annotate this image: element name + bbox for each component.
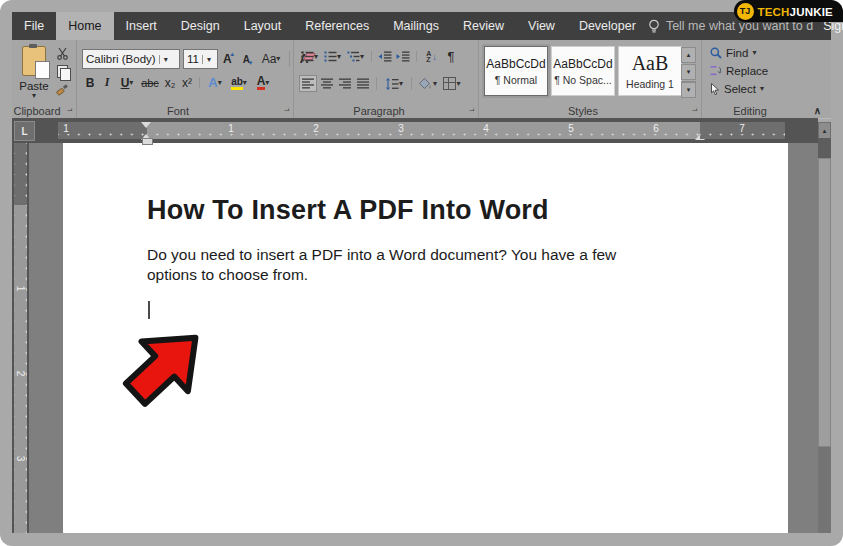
document-workspace: 1 2 3 How To Insert A PDF Into Word Do y… [12,143,818,533]
style-heading1[interactable]: AaB Heading 1 [618,46,682,96]
vertical-ruler[interactable]: 1 2 3 [14,143,27,533]
styles-dialog-launcher[interactable]: ⌐ [692,107,697,115]
style-normal[interactable]: AaBbCcDd ¶ Normal [484,46,548,96]
find-button[interactable]: Find ▾ [710,47,756,59]
scrollbar-thumb[interactable] [818,158,831,447]
style-no-spacing-sample: AaBbCcDd [553,57,612,71]
strikethrough-button[interactable]: abc [139,77,161,89]
lightbulb-icon [648,19,660,34]
tab-insert[interactable]: Insert [114,12,169,40]
tab-mailings[interactable]: Mailings [381,12,451,40]
shading-caret-icon: ▾ [433,80,437,88]
justify-button[interactable] [355,76,371,91]
clipboard-group: Paste ▾ Clipboard ⌐ [12,40,77,118]
strikethrough-glyph: abc [141,77,159,89]
font-name-select[interactable]: Calibri (Body) ▾ [82,49,180,69]
paste-clipboard-icon [22,46,46,76]
font-dialog-launcher[interactable]: ⌐ [284,107,289,115]
sort-z-glyph: Z [426,57,431,63]
align-center-button[interactable] [319,76,335,91]
vruler-number: 2 [15,367,26,380]
font-color-button[interactable]: A▾ [252,75,274,90]
font-size-select[interactable]: 11 ▾ [183,49,218,69]
find-caret-icon: ▾ [752,49,756,57]
multilevel-list-button[interactable]: ▾ [345,51,366,62]
paste-button[interactable]: Paste ▾ [18,46,50,100]
ruler-left-margin: 1 [58,122,147,139]
numbering-button[interactable]: ▾ [322,51,343,62]
find-icon [710,47,722,59]
horizontal-ruler[interactable]: 1 1 2 3 4 5 6 7 [58,122,785,139]
vruler-number: 3 [15,452,26,465]
underline-button[interactable]: U▾ [116,76,138,90]
align-right-button[interactable] [337,76,353,91]
scrollbar-track[interactable] [818,138,831,158]
word-window: File Home Insert Design Layout Reference… [0,0,843,546]
shading-button[interactable]: ▾ [417,78,439,90]
ruler-number: 5 [566,123,576,134]
styles-scroll-up-button[interactable]: ▴ [681,47,696,63]
align-left-button[interactable] [299,75,317,92]
styles-more-button[interactable]: ▾ [681,81,696,98]
highlight-color-button[interactable]: ab▾ [227,76,251,90]
superscript-button[interactable]: x² [179,75,195,90]
show-formatting-button[interactable]: ¶ [443,49,459,64]
pilcrow-glyph: ¶ [448,49,455,64]
change-case-caret-icon: ▾ [276,55,280,63]
tab-design[interactable]: Design [169,12,232,40]
sort-button[interactable]: AZ ↓ [422,51,441,63]
paragraph-dialog-launcher[interactable]: ⌐ [469,107,474,115]
collapse-ribbon-button[interactable]: ∧ [814,105,821,116]
ruler-text-area: 1 2 3 4 5 6 [147,122,700,139]
replace-button[interactable]: Replace [710,65,768,77]
tab-layout[interactable]: Layout [232,12,294,40]
increase-indent-button[interactable] [395,49,411,64]
bold-button[interactable]: B [82,75,98,90]
line-spacing-button[interactable]: ▾ [382,78,406,90]
tab-references[interactable]: References [293,12,381,40]
decrease-indent-button[interactable] [377,49,393,64]
tab-home[interactable]: Home [56,12,113,40]
borders-button[interactable]: ▾ [441,77,463,90]
vertical-scrollbar[interactable]: ▲ [818,122,831,533]
vruler-body: 1 2 3 [14,205,27,533]
paragraph-group-label: Paragraph [294,105,464,117]
font-name-caret-icon: ▾ [159,55,172,64]
tab-file[interactable]: File [12,12,56,40]
style-no-spacing[interactable]: AaBbCcDd ¶ No Spac... [551,46,615,96]
ribbon: Paste ▾ Clipboard ⌐ Calibri (Body) ▾ [12,40,831,119]
grow-font-button[interactable]: A▴ [221,52,237,67]
logo-junkie-text: JUNKIE [790,6,833,18]
cut-button[interactable] [54,46,70,61]
shrink-font-button[interactable]: A▾ [240,52,256,67]
left-indent-marker[interactable] [142,138,153,145]
ruler-number: 4 [481,123,491,134]
change-case-button[interactable]: Aa▾ [259,52,283,66]
tab-view[interactable]: View [516,12,567,40]
bullets-button[interactable]: ▾ [299,51,320,62]
select-button[interactable]: Select ▾ [710,83,764,95]
tab-stop-selector[interactable]: L [14,121,35,141]
style-heading1-sample: AaB [632,52,669,75]
grow-caret-icon: ▴ [231,50,235,58]
vertical-ruler-strip: 1 2 3 [12,143,29,533]
find-label: Find [726,47,748,59]
styles-scroll-down-button[interactable]: ▾ [681,64,696,80]
document-page[interactable]: How To Insert A PDF Into Word Do you nee… [63,143,788,533]
tab-review[interactable]: Review [451,12,516,40]
techjunkie-logo-icon: TJ [737,3,754,20]
borders-caret-icon: ▾ [456,80,460,88]
subscript-button[interactable]: x₂ [162,75,178,90]
ruler-number: 6 [651,123,661,134]
copy-button[interactable] [54,64,70,79]
clipboard-dialog-launcher[interactable]: ⌐ [67,107,72,115]
vruler-number: 1 [15,282,26,295]
format-painter-button[interactable] [54,82,70,97]
styles-group-label: Styles [479,105,687,117]
highlight-glyph: ab [231,76,243,90]
italic-button[interactable]: I [99,75,115,90]
vruler-top-margin [14,143,27,205]
text-effects-button[interactable]: A▾ [204,75,226,90]
tab-developer[interactable]: Developer [567,12,648,40]
style-no-spacing-name: ¶ No Spac... [554,74,612,86]
